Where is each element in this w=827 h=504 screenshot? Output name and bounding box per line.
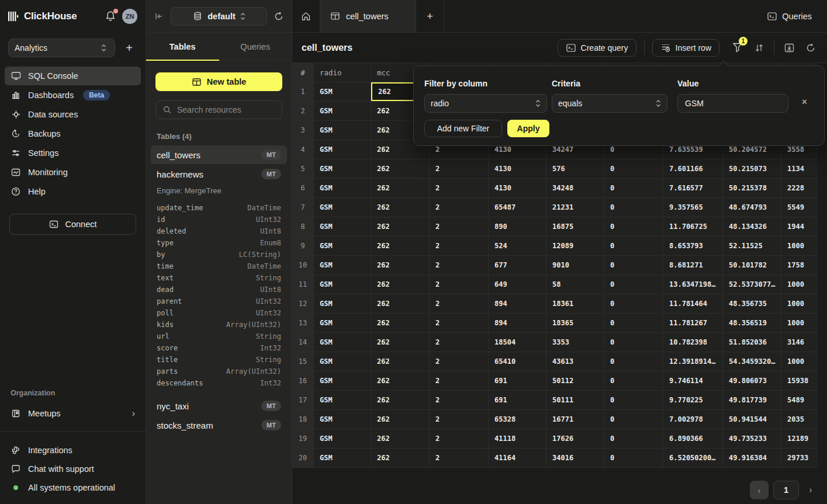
table-cell[interactable]: 50.215378 [723,179,781,197]
table-cell[interactable]: 48.356735 [723,294,781,313]
table-cell[interactable]: 262 [371,256,430,274]
table-cell[interactable]: 11.781267 [663,314,723,332]
sidebar-item-meetups[interactable]: Meetups › [0,404,146,423]
table-cell[interactable]: 262 [371,371,430,390]
table-cell[interactable]: 1000 [781,275,818,294]
table-cell[interactable]: 17626 [546,429,604,448]
tab-tables[interactable]: Tables [146,33,219,60]
table-cell[interactable]: 11.706725 [663,217,723,236]
table-cell[interactable]: 2 [430,198,489,217]
table-cell[interactable]: 5549 [781,198,818,217]
sidebar-item-dashboards[interactable]: DashboardsBeta [5,86,141,105]
table-cell[interactable]: 1944 [781,217,818,236]
table-cell[interactable]: 4130 [489,159,546,178]
database-selector[interactable]: default [171,7,267,26]
column-header[interactable]: radio [314,63,371,82]
table-cell[interactable]: GSM [314,217,371,236]
table-cell[interactable]: 262 [371,217,430,236]
table-cell[interactable]: 1000 [781,314,818,332]
table-cell[interactable]: 8.653793 [663,237,723,255]
sidebar-item-sql-console[interactable]: SQL Console [5,67,141,85]
table-cell[interactable]: 8.681271 [663,256,723,274]
table-cell[interactable]: 48.134326 [723,217,781,236]
filter-value-input[interactable] [677,94,788,113]
table-cell[interactable]: 58 [546,275,604,294]
table-cell[interactable]: 677 [489,256,546,274]
table-cell[interactable]: 4130 [489,179,546,197]
previous-page-button[interactable]: ‹ [750,481,769,499]
table-cell[interactable]: 576 [546,159,604,178]
table-cell[interactable]: 262 [371,294,430,313]
table-cell[interactable]: 691 [489,391,546,409]
table-cell[interactable]: 0 [604,449,663,467]
table-cell[interactable]: 7.616577 [663,179,723,197]
table-cell[interactable]: 2 [430,159,489,178]
table-cell[interactable]: GSM [314,275,371,294]
table-cell[interactable]: 13.6347198… [663,275,723,294]
table-cell[interactable]: 2 [430,217,489,236]
sidebar-item-all-systems-operational[interactable]: All systems operational [0,478,146,497]
add-workspace-button[interactable]: + [121,40,137,56]
table-cell[interactable]: 0 [604,159,663,178]
table-cell[interactable]: 49.817739 [723,391,781,409]
table-cell[interactable]: GSM [314,82,371,101]
table-cell[interactable]: GSM [314,294,371,313]
table-cell[interactable]: 2 [430,294,489,313]
search-input[interactable]: Search resources [155,100,282,119]
tab-queries[interactable]: Queries [219,33,292,60]
table-cell[interactable]: GSM [314,314,371,332]
table-cell[interactable]: 262 [371,275,430,294]
table-cell[interactable]: 1000 [781,294,818,313]
queries-button[interactable]: Queries [767,0,812,32]
table-list-item-nyc_taxi[interactable]: nyc_taxiMT [151,397,287,415]
table-cell[interactable]: 2 [430,333,489,352]
table-cell[interactable]: GSM [314,159,371,178]
table-cell[interactable]: 0 [604,410,663,429]
table-cell[interactable]: 0 [604,314,663,332]
insert-row-button[interactable]: Insert row [652,39,719,57]
table-cell[interactable]: 6.890366 [663,429,723,448]
table-cell[interactable]: 2 [430,256,489,274]
table-cell[interactable]: 10.782398 [663,333,723,352]
table-cell[interactable]: 50.215073 [723,159,781,178]
add-new-filter-button[interactable]: Add new Filter [424,120,502,137]
filter-criteria-select[interactable]: equals [552,94,667,113]
table-cell[interactable]: 0 [604,237,663,255]
table-cell[interactable]: 262 [371,429,430,448]
table-cell[interactable]: 262 [371,410,430,429]
table-cell[interactable]: 0 [604,275,663,294]
table-cell[interactable]: 34016 [546,449,604,467]
sidebar-item-data-sources[interactable]: Data sources [5,105,141,124]
table-cell[interactable]: 262 [371,352,430,371]
table-cell[interactable]: 649 [489,275,546,294]
sidebar-item-help[interactable]: Help [5,182,141,201]
table-cell[interactable]: 18504 [489,333,546,352]
table-cell[interactable]: 50112 [546,371,604,390]
home-tab[interactable] [292,0,320,32]
table-cell[interactable]: 48.356519 [723,314,781,332]
table-cell[interactable]: 52.5373077… [723,275,781,294]
table-cell[interactable]: 262 [371,391,430,409]
refresh-explorer-icon[interactable] [274,12,283,21]
refresh-button[interactable] [804,41,818,55]
table-cell[interactable]: 2 [430,275,489,294]
table-cell[interactable]: 12089 [546,237,604,255]
table-cell[interactable]: 1000 [781,352,818,371]
table-cell[interactable]: GSM [314,410,371,429]
table-cell[interactable]: GSM [314,352,371,371]
table-cell[interactable]: 52.11525 [723,237,781,255]
table-cell[interactable]: 2 [430,391,489,409]
table-cell[interactable]: GSM [314,333,371,352]
table-cell[interactable]: 6.52050200… [663,449,723,467]
table-cell[interactable]: GSM [314,429,371,448]
sort-button[interactable] [752,41,766,55]
table-cell[interactable]: 51.852036 [723,333,781,352]
table-cell[interactable]: GSM [314,371,371,390]
apply-filter-button[interactable]: Apply [507,120,549,137]
table-cell[interactable]: 894 [489,294,546,313]
table-cell[interactable]: GSM [314,391,371,409]
new-table-button[interactable]: New table [155,72,282,91]
table-cell[interactable]: 262 [371,198,430,217]
table-cell[interactable]: GSM [314,449,371,467]
table-cell[interactable]: 41164 [489,449,546,467]
